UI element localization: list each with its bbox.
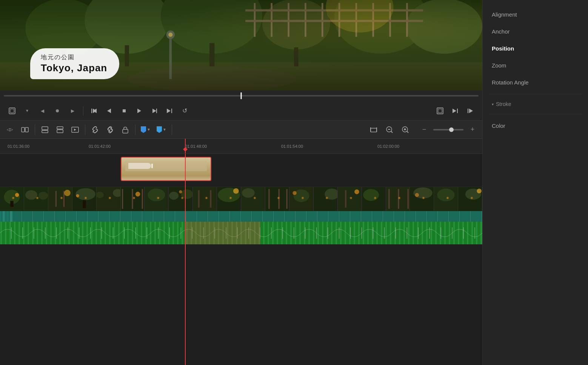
svg-point-7: [406, 0, 482, 54]
zoom-label: Zoom: [492, 62, 506, 69]
tool-separator-4: [172, 124, 172, 135]
play-button[interactable]: [133, 105, 145, 117]
music-track[interactable]: [0, 222, 482, 244]
track-container: Left Lower Thir...: [0, 154, 482, 365]
tool-separator-2: [85, 124, 85, 135]
svg-line-66: [407, 131, 408, 133]
go-to-start-button[interactable]: [88, 105, 100, 117]
teal-flag-button[interactable]: ▼: [154, 125, 169, 135]
svg-point-84: [75, 188, 95, 200]
english-text: Tokyo, Japan: [41, 62, 107, 74]
lock-button[interactable]: [119, 123, 132, 136]
stroke-section-label: Stroke: [496, 101, 511, 107]
svg-line-62: [391, 131, 393, 133]
svg-rect-93: [142, 189, 143, 209]
toolbar-row: ◁▷: [0, 121, 482, 139]
next-frame-button[interactable]: ▶: [66, 105, 79, 117]
scrubber-track[interactable]: [4, 95, 479, 97]
svg-point-100: [179, 190, 182, 193]
zoom-out-button[interactable]: [383, 123, 396, 136]
playhead-button[interactable]: [51, 105, 63, 117]
zoom-slider[interactable]: [433, 129, 463, 130]
step-back-button[interactable]: [103, 105, 115, 117]
svg-rect-30: [10, 109, 14, 113]
blue-flag-button[interactable]: ▼: [139, 125, 153, 135]
timecode-label-4: 01:02:00:00: [377, 144, 399, 149]
svg-point-94: [135, 192, 140, 197]
skip-to-end-button[interactable]: [449, 105, 461, 117]
unlink-button[interactable]: [88, 123, 102, 136]
timeline-area: 01:01:36:00 01:01:42:00 01:01:48:00 01:0…: [0, 139, 482, 365]
selection-tool-button[interactable]: [6, 105, 18, 117]
ripple-button[interactable]: [68, 123, 82, 136]
svg-rect-92: [132, 189, 133, 209]
video-track[interactable]: [0, 187, 482, 211]
panel-item-rotation-angle[interactable]: Rotation Angle: [483, 74, 588, 91]
panel-item-alignment[interactable]: Alignment: [483, 6, 588, 23]
svg-point-115: [292, 191, 297, 195]
audio-tick-marks: [0, 211, 482, 222]
go-to-end-button[interactable]: [163, 105, 175, 117]
blue-flag-chevron: ▼: [147, 127, 151, 132]
svg-rect-119: [345, 190, 346, 207]
svg-rect-112: [286, 189, 288, 209]
svg-rect-9: [125, 45, 129, 66]
scrubber-bar[interactable]: [0, 90, 482, 101]
timecode-ruler[interactable]: 01:01:36:00 01:01:42:00 01:01:48:00 01:0…: [0, 139, 482, 154]
split-tool-button[interactable]: [18, 123, 32, 136]
stroke-section-header[interactable]: ▾ Stroke: [483, 97, 588, 111]
title-clip[interactable]: Left Lower Thir...: [121, 157, 211, 181]
svg-point-122: [363, 189, 379, 201]
svg-rect-45: [468, 109, 468, 113]
step-forward-button[interactable]: [148, 105, 160, 117]
panel-item-position[interactable]: Position: [483, 40, 588, 57]
loop-button[interactable]: ↺: [179, 105, 191, 117]
svg-marker-46: [469, 109, 473, 113]
panel-item-anchor[interactable]: Anchor: [483, 23, 588, 40]
playback-controls: ▼ ◀ ▶: [0, 101, 482, 121]
svg-point-114: [293, 189, 309, 202]
lower-third-overlay: 地元の公園 Tokyo, Japan: [30, 48, 119, 79]
svg-rect-44: [457, 109, 458, 113]
selection-dropdown-button[interactable]: ▼: [21, 105, 33, 117]
trim-tool-button[interactable]: ◁▷: [3, 123, 17, 136]
move-down-button[interactable]: [38, 123, 52, 136]
svg-rect-50: [42, 127, 48, 130]
svg-rect-11: [294, 48, 298, 66]
title-track-lane: Left Lower Thir...: [0, 154, 482, 187]
japanese-text: 地元の公園: [41, 54, 107, 61]
svg-point-96: [148, 189, 165, 201]
svg-rect-126: [407, 189, 408, 209]
svg-point-120: [354, 189, 359, 194]
zoom-in-tool-button[interactable]: [399, 123, 412, 136]
svg-point-82: [64, 190, 71, 196]
link-button[interactable]: [103, 123, 117, 136]
panel-item-zoom[interactable]: Zoom: [483, 57, 588, 74]
prev-frame-button[interactable]: ◀: [36, 105, 48, 117]
audio-track[interactable]: [0, 211, 482, 222]
svg-point-28: [168, 32, 172, 37]
stop-button[interactable]: [118, 105, 130, 117]
panel-item-color[interactable]: Color: [483, 117, 588, 134]
svg-point-134: [477, 189, 482, 193]
zoom-minus-button[interactable]: −: [417, 123, 431, 136]
scrubber-handle[interactable]: [241, 92, 242, 99]
svg-point-98: [169, 192, 179, 200]
move-up-button[interactable]: [53, 123, 67, 136]
svg-rect-111: [279, 189, 280, 209]
zoom-fit-button[interactable]: [367, 123, 380, 136]
svg-rect-48: [25, 127, 28, 132]
ctrl-separator-1: [83, 106, 83, 115]
svg-rect-101: [193, 187, 217, 211]
ruler-ticks: [0, 139, 482, 153]
zoom-plus-button[interactable]: +: [466, 123, 479, 136]
svg-rect-102: [198, 190, 200, 207]
svg-rect-38: [156, 109, 157, 113]
anchor-label: Anchor: [492, 28, 510, 35]
svg-rect-26: [169, 37, 172, 79]
color-label: Color: [492, 123, 505, 129]
timecode-label-1: 01:01:42:00: [89, 144, 111, 149]
svg-point-78: [38, 192, 48, 200]
fullscreen-button[interactable]: [434, 105, 446, 117]
skip-to-start-button[interactable]: [464, 105, 476, 117]
